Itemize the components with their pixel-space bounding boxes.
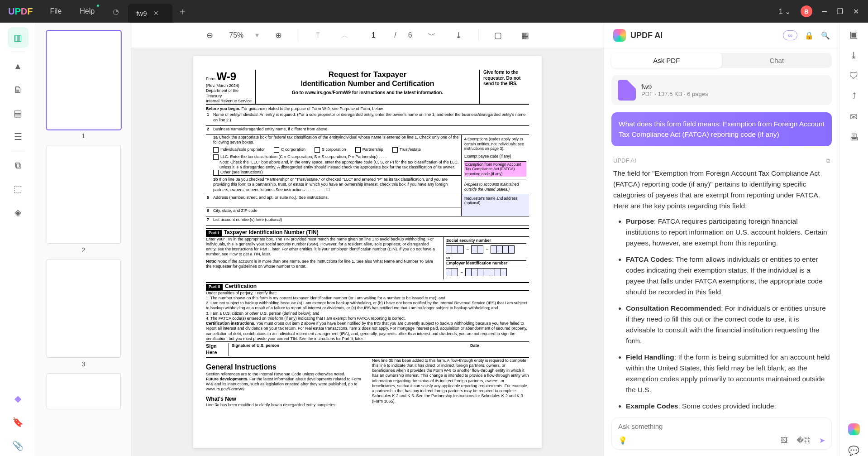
workspace-dropdown[interactable]: 1 ⌄ <box>779 7 791 16</box>
tab-title: fw9 <box>136 10 147 17</box>
ai-panel: UPDF AI ∞ 🔒 🔍 Ask PDF Chat fw9 PDF · 137… <box>604 23 839 456</box>
page-total: 6 <box>408 31 412 39</box>
titlebar: UPDF File Help ◔ fw9 ✕ ＋ 1 ⌄ B ━ ❐ ✕ <box>0 0 868 23</box>
pdf-file-icon <box>618 80 636 101</box>
edit-text-icon[interactable]: ▤ <box>8 103 29 124</box>
share-icon[interactable]: ⤴ <box>852 91 856 101</box>
thumbnail-page-4[interactable] <box>47 373 121 409</box>
next-page-icon[interactable]: ﹀ <box>424 28 439 43</box>
thumb-label-1: 1 <box>82 132 86 139</box>
form-icon[interactable]: ☰ <box>8 126 29 147</box>
user-message: What does this form field means: Exempti… <box>611 112 832 146</box>
ai-text-input[interactable] <box>618 422 825 430</box>
tab-ask-pdf[interactable]: Ask PDF <box>611 53 722 68</box>
attach-screenshot-icon[interactable]: �⿻ <box>796 437 811 444</box>
crop-icon[interactable]: ⬚ <box>8 178 29 199</box>
email-icon[interactable]: ✉ <box>850 111 858 122</box>
ocr-icon[interactable]: ▣ <box>849 29 858 40</box>
search-icon[interactable]: 🔍 <box>821 31 830 40</box>
ai-tabs: Ask PDF Chat <box>611 53 832 68</box>
zoom-level[interactable]: 75% <box>229 31 243 39</box>
page-viewport[interactable]: Form W-9 (Rev. March 2024) Department of… <box>131 48 604 456</box>
redact-icon[interactable]: ◈ <box>8 202 29 223</box>
app-menu: File Help <box>50 7 95 15</box>
feedback-icon[interactable]: 💬 <box>848 445 859 456</box>
thumb-label-2: 2 <box>82 246 86 254</box>
attach-image-icon[interactable]: 🖼 <box>781 437 788 444</box>
protect-icon[interactable]: 🛡 <box>849 71 858 81</box>
ai-response: The field for "Exemption from Foreign Ac… <box>613 168 830 412</box>
page-sep: / <box>394 31 396 39</box>
file-meta: PDF · 137.5 KB · 6 pages <box>641 91 708 97</box>
document-area: ⊖ 75% ▾ ⊕ ⤒ ︿ / 6 ﹀ ⤓ ▢ ▦ Form W-9 (Rev.… <box>131 23 604 456</box>
ai-response-label: UPDF AI <box>613 157 636 164</box>
ai-logo-icon <box>613 29 626 42</box>
page-input[interactable] <box>364 31 382 39</box>
ai-shortcut-icon[interactable] <box>848 423 860 435</box>
thumbnail-page-3[interactable] <box>47 259 121 358</box>
lock-icon[interactable]: 🔒 <box>805 31 814 40</box>
view-toolbar: ⊖ 75% ▾ ⊕ ⤒ ︿ / 6 ﹀ ⤓ ▢ ▦ <box>131 23 604 48</box>
file-name: fw9 <box>641 83 708 91</box>
user-avatar[interactable]: B <box>801 5 812 17</box>
ai-title: UPDF AI <box>630 31 663 40</box>
right-toolbar: ▣ ⤓ 🛡 ⤴ ✉ 🖶 💬 <box>839 23 868 456</box>
organize-icon[interactable]: ⧉ <box>8 155 29 176</box>
maximize-icon[interactable]: ❐ <box>837 7 843 16</box>
document-tab[interactable]: fw9 ✕ <box>128 4 172 23</box>
prompt-ideas-icon[interactable]: 💡 <box>618 436 627 445</box>
thumbnail-panel: 1 2 3 <box>36 23 131 456</box>
new-tab-button[interactable]: ＋ <box>178 5 187 18</box>
highlight-icon[interactable]: ▲ <box>8 56 29 77</box>
file-chip[interactable]: fw9 PDF · 137.5 KB · 6 pages <box>611 75 832 105</box>
thumbnail-page-2[interactable] <box>47 145 121 244</box>
first-page-icon[interactable]: ⤒ <box>310 28 325 43</box>
thumbnail-page-1[interactable] <box>47 31 121 130</box>
ai-input-box[interactable]: 💡 🖼 �⿻ ➤ <box>611 418 832 450</box>
export-icon[interactable]: ⤓ <box>850 50 858 61</box>
reader-mode-icon[interactable]: ▥ <box>8 27 29 48</box>
copy-icon[interactable]: ⧉ <box>826 157 830 164</box>
fatca-field-highlight: Exemption from Foreign Account Tax Compl… <box>464 162 526 177</box>
minimize-icon[interactable]: ━ <box>822 7 827 16</box>
prev-page-icon[interactable]: ︿ <box>337 28 353 43</box>
thumb-label-3: 3 <box>82 360 86 368</box>
tab-untitled-icon[interactable]: ◔ <box>113 7 119 16</box>
left-toolbar: ▥ ▲ 🗎 ▤ ☰ ⧉ ⬚ ◈ ◆ 🔖 📎 <box>0 23 36 456</box>
menu-file[interactable]: File <box>50 7 62 15</box>
pdf-page: Form W-9 (Rev. March 2024) Department of… <box>193 56 542 448</box>
menu-help[interactable]: Help <box>80 7 95 15</box>
zoom-out-icon[interactable]: ⊖ <box>202 28 217 43</box>
zoom-in-icon[interactable]: ⊕ <box>271 28 286 43</box>
zoom-dropdown-icon[interactable]: ▾ <box>255 31 259 39</box>
last-page-icon[interactable]: ⤓ <box>451 28 467 43</box>
close-window-icon[interactable]: ✕ <box>853 7 859 16</box>
app-logo: UPDF <box>8 6 33 17</box>
layers-icon[interactable]: ◆ <box>8 388 29 409</box>
bookmark-icon[interactable]: 🔖 <box>8 412 29 432</box>
close-tab-icon[interactable]: ✕ <box>153 10 159 17</box>
reading-mode-icon[interactable]: ▦ <box>518 28 533 43</box>
print-icon[interactable]: 🖶 <box>849 132 858 143</box>
unlimited-badge[interactable]: ∞ <box>783 30 797 40</box>
send-icon[interactable]: ➤ <box>819 437 825 444</box>
tab-chat[interactable]: Chat <box>722 53 832 68</box>
comment-icon[interactable]: 🗎 <box>8 79 29 100</box>
presentation-icon[interactable]: ▢ <box>491 28 506 43</box>
attachment-icon[interactable]: 📎 <box>8 435 29 456</box>
